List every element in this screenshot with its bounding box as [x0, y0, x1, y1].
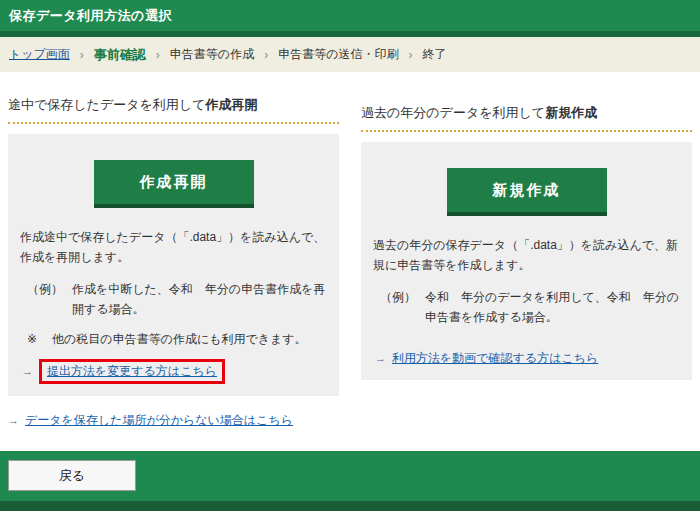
main-content: 途中で保存したデータを利用して作成再開 作成再開 作成途中で保存したデータ（「.…	[0, 72, 700, 429]
new-creation-heading-prefix: 過去の年分のデータを利用して	[361, 105, 545, 120]
new-creation-example: （例） 令和 年分のデータを利用して、令和 年分の申告書を作成する場合。	[373, 287, 680, 328]
resume-example: （例） 作成を中断した、令和 年分の申告書作成を再開する場合。	[20, 279, 327, 320]
example-label: （例）	[27, 279, 63, 320]
new-creation-panel: 新規作成 過去の年分の保存データ（「.data」）を読み込んで、新規に申告書等を…	[361, 142, 692, 380]
resume-heading-prefix: 途中で保存したデータを利用して	[8, 97, 205, 112]
chevron-right-icon: ›	[408, 48, 412, 62]
resume-button[interactable]: 作成再開	[94, 160, 254, 208]
change-submission-link-row: → 提出方法を変更する方はこちら	[20, 359, 327, 384]
arrow-right-icon: →	[22, 365, 33, 377]
resume-section: 途中で保存したデータを利用して作成再開 作成再開 作成途中で保存したデータ（「.…	[8, 72, 339, 429]
example-text: 令和 年分のデータを利用して、令和 年分の申告書を作成する場合。	[425, 287, 680, 328]
breadcrumb: トップ画面 › 事前確認 › 申告書等の作成 › 申告書等の送信・印刷 › 終了	[0, 37, 700, 72]
resume-note: ※ 他の税目の申告書等の作成にも利用できます。	[20, 329, 327, 349]
note-text: 他の税目の申告書等の作成にも利用できます。	[52, 329, 327, 349]
arrow-right-icon: →	[8, 414, 19, 426]
resume-heading: 途中で保存したデータを利用して作成再開	[8, 96, 339, 114]
example-text: 作成を中断した、令和 年分の申告書作成を再開する場合。	[72, 279, 327, 320]
new-creation-section: 過去の年分のデータを利用して新規作成 新規作成 過去の年分の保存データ（「.da…	[361, 72, 692, 429]
red-highlight-box: 提出方法を変更する方はこちら	[39, 359, 225, 384]
saved-data-location-link[interactable]: データを保存した場所が分からない場合はこちら	[25, 412, 293, 429]
breadcrumb-step-send-print: 申告書等の送信・印刷	[278, 46, 398, 63]
arrow-right-icon: →	[375, 352, 386, 364]
resume-description: 作成途中で保存したデータ（「.data」）を読み込んで、作成を再開します。	[20, 227, 327, 268]
dotted-divider	[361, 130, 692, 132]
breadcrumb-current-step: 事前確認	[94, 46, 146, 64]
chevron-right-icon: ›	[156, 48, 160, 62]
footer-action-bar: 戻る	[0, 451, 700, 501]
page-title: 保存データ利用方法の選択	[0, 0, 700, 31]
chevron-right-icon: ›	[264, 48, 268, 62]
back-button[interactable]: 戻る	[8, 460, 136, 491]
chevron-right-icon: ›	[80, 48, 84, 62]
example-label: （例）	[380, 287, 416, 328]
resume-panel: 作成再開 作成途中で保存したデータ（「.data」）を読み込んで、作成を再開しま…	[8, 134, 339, 396]
dotted-divider	[8, 122, 339, 124]
new-creation-button[interactable]: 新規作成	[447, 168, 607, 216]
new-creation-heading-emphasis: 新規作成	[545, 105, 597, 120]
video-guide-link[interactable]: 利用方法を動画で確認する方はこちら	[392, 350, 598, 367]
resume-heading-emphasis: 作成再開	[205, 97, 257, 112]
breadcrumb-step-create: 申告書等の作成	[170, 46, 254, 63]
breadcrumb-step-finish: 終了	[422, 46, 446, 63]
note-marker: ※	[27, 329, 37, 349]
breadcrumb-top-link[interactable]: トップ画面	[9, 46, 70, 63]
footer: お問い合わせ 個人情報保護方針 利用規約 推奨環境 Copyright (c) …	[0, 501, 700, 511]
video-link-row: → 利用方法を動画で確認する方はこちら	[373, 350, 680, 367]
new-creation-description: 過去の年分の保存データ（「.data」）を読み込んで、新規に申告書等を作成します…	[373, 235, 680, 276]
page: 保存データ利用方法の選択 トップ画面 › 事前確認 › 申告書等の作成 › 申告…	[0, 0, 700, 511]
new-creation-heading: 過去の年分のデータを利用して新規作成	[361, 104, 692, 122]
change-submission-method-link[interactable]: 提出方法を変更する方はこちら	[47, 364, 217, 378]
saved-location-link-row: → データを保存した場所が分からない場合はこちら	[8, 412, 339, 429]
